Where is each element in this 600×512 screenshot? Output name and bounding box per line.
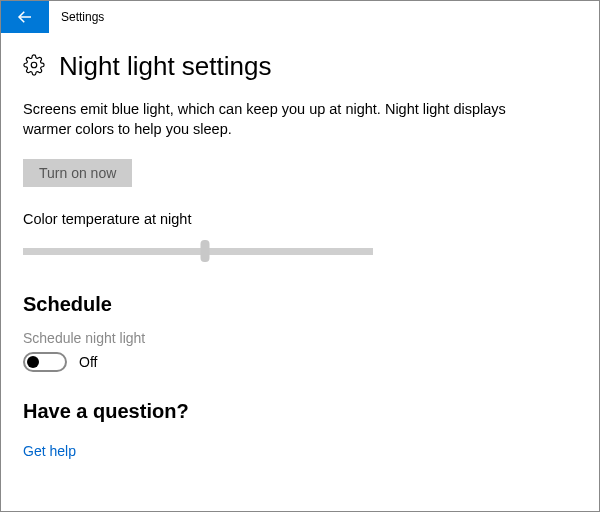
color-temperature-slider[interactable] [23, 237, 373, 265]
svg-point-1 [31, 62, 37, 68]
color-temperature-label: Color temperature at night [23, 211, 577, 227]
app-name: Settings [49, 1, 104, 33]
page-heading-row: Night light settings [23, 51, 577, 82]
back-button[interactable] [1, 1, 49, 33]
content-area: Night light settings Screens emit blue l… [1, 33, 599, 460]
titlebar: Settings [1, 1, 599, 33]
schedule-toggle[interactable] [23, 352, 67, 372]
help-heading: Have a question? [23, 400, 577, 423]
schedule-toggle-state: Off [79, 354, 97, 370]
gear-icon [23, 54, 45, 80]
toggle-knob [27, 356, 39, 368]
turn-on-now-button[interactable]: Turn on now [23, 159, 132, 187]
schedule-toggle-row: Off [23, 352, 577, 372]
page-title: Night light settings [59, 51, 271, 82]
slider-thumb[interactable] [201, 240, 210, 262]
schedule-toggle-label: Schedule night light [23, 330, 577, 346]
slider-track [23, 248, 373, 255]
get-help-link[interactable]: Get help [23, 443, 76, 459]
back-arrow-icon [16, 8, 34, 26]
description-text: Screens emit blue light, which can keep … [23, 100, 533, 139]
schedule-heading: Schedule [23, 293, 577, 316]
